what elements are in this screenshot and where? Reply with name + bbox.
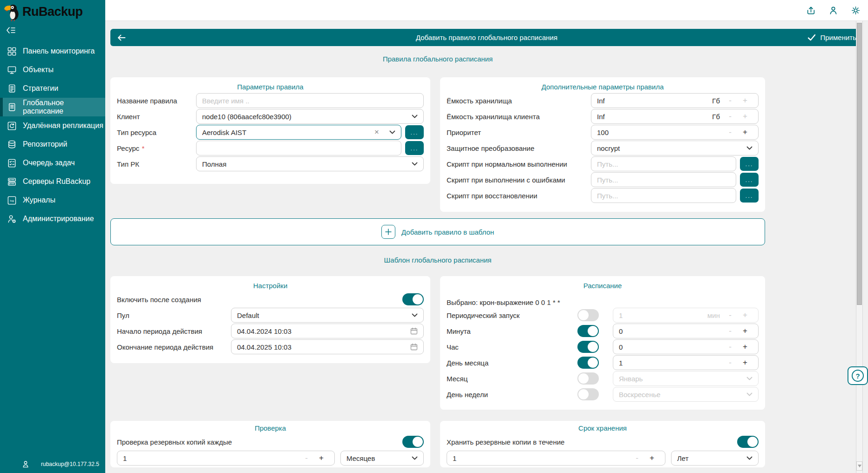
plus-button[interactable]: +: [738, 342, 753, 351]
sidebar-item-dashboard[interactable]: Панель мониторинга: [0, 42, 105, 61]
minute-toggle[interactable]: [577, 325, 599, 337]
retention-toggle[interactable]: [737, 436, 759, 448]
periodic-toggle[interactable]: [577, 309, 599, 321]
retention-card: Срок хранения Хранить резервные копии в …: [440, 421, 765, 467]
backup-type-label: Тип РК: [117, 160, 196, 168]
periodic-input[interactable]: мин - +: [613, 308, 759, 323]
calendar-icon[interactable]: [410, 327, 418, 335]
retention-label: Хранить резервные копии в течение: [447, 438, 564, 446]
script-ok-input[interactable]: [591, 156, 736, 171]
sidebar-item-task-queue[interactable]: Очередь задач: [0, 154, 105, 172]
session-info: rubackup@10.177.32.5: [0, 460, 105, 468]
plus-button[interactable]: +: [738, 358, 753, 367]
retention-unit-select[interactable]: Лет: [671, 451, 759, 466]
transform-select[interactable]: nocrypt: [591, 141, 759, 155]
minus-button[interactable]: -: [630, 453, 644, 463]
sidebar-item-strategies[interactable]: Стратегии: [0, 79, 105, 98]
extra-params-card: Дополнительные параметры правила Ёмкость…: [440, 77, 765, 212]
journals-icon: log: [7, 195, 17, 205]
plus-button[interactable]: +: [314, 453, 329, 463]
client-capacity-input[interactable]: Гб - +: [591, 109, 759, 124]
calendar-icon[interactable]: [410, 343, 418, 351]
priority-input[interactable]: - +: [591, 125, 759, 140]
rule-name-label: Название правила: [117, 97, 196, 105]
export-icon[interactable]: [806, 5, 816, 15]
verification-unit-select[interactable]: Месяцев: [340, 451, 424, 466]
rule-name-input[interactable]: [196, 93, 424, 108]
minus-button[interactable]: -: [723, 96, 738, 105]
plus-button[interactable]: +: [738, 112, 753, 121]
plus-button[interactable]: +: [644, 453, 659, 463]
capacity-input[interactable]: Гб - +: [591, 93, 759, 108]
rule-params-card: Параметры правила Название правила Клиен…: [110, 77, 430, 184]
back-button[interactable]: [117, 32, 129, 43]
chevron-down-icon[interactable]: [389, 130, 395, 134]
day-of-month-toggle[interactable]: [577, 357, 599, 369]
script-ok-more-button[interactable]: ...: [740, 157, 759, 171]
vertical-scrollbar[interactable]: [856, 21, 863, 473]
user-icon[interactable]: [828, 5, 838, 15]
sidebar-item-servers[interactable]: Серверы RuBackup: [0, 172, 105, 191]
gear-icon[interactable]: [850, 5, 861, 15]
verification-toggle[interactable]: [402, 436, 424, 448]
minus-button[interactable]: -: [723, 358, 738, 367]
help-button[interactable]: ?: [848, 366, 868, 385]
plus-button[interactable]: +: [738, 96, 753, 105]
script-restore-input[interactable]: [591, 188, 736, 203]
sidebar-item-replication[interactable]: Удалённая репликация: [0, 116, 105, 135]
client-capacity-row: Ёмкость хранилища клиента Гб - +: [447, 109, 759, 124]
sidebar-item-objects[interactable]: Объекты: [0, 61, 105, 79]
weekday-select[interactable]: Воскресенье: [613, 387, 759, 402]
resource-type-more-button[interactable]: ...: [405, 125, 424, 139]
month-toggle[interactable]: [577, 372, 599, 385]
sidebar-item-journals[interactable]: log Журналы: [0, 191, 105, 209]
sidebar-item-global-schedule[interactable]: Глобальное расписание: [0, 98, 105, 116]
schedule-title: Расписание: [447, 276, 759, 290]
month-select[interactable]: Январь: [613, 371, 759, 386]
period-end-input[interactable]: 04.04.2025 10:03: [231, 339, 424, 354]
script-restore-more-button[interactable]: ...: [740, 189, 759, 203]
minus-button[interactable]: -: [723, 128, 738, 137]
hour-row: Час - +: [447, 339, 759, 354]
resource-more-button[interactable]: ...: [405, 141, 424, 155]
rubackup-app: RuBackup Панель мониторинга Объекты Стра…: [0, 0, 868, 473]
sidebar-item-administration[interactable]: Администрирование: [0, 209, 105, 228]
rule-params-title: Параметры правила: [117, 77, 424, 91]
minus-button[interactable]: -: [723, 342, 738, 351]
session-user-icon: [21, 460, 30, 468]
minus-button[interactable]: -: [299, 453, 314, 463]
minus-button[interactable]: -: [723, 326, 738, 336]
apply-button[interactable]: Применить: [807, 34, 856, 41]
script-err-input[interactable]: [591, 172, 736, 187]
plus-button[interactable]: +: [738, 128, 753, 137]
plus-button[interactable]: +: [738, 326, 753, 336]
resource-input[interactable]: [196, 141, 401, 155]
hour-input[interactable]: - +: [613, 339, 759, 354]
period-start-input[interactable]: 04.04.2024 10:03: [231, 324, 424, 338]
enable-toggle[interactable]: [402, 293, 424, 305]
scrollbar-thumb[interactable]: [857, 23, 862, 305]
scrollbar-down-button[interactable]: [856, 461, 862, 471]
backup-type-select[interactable]: Полная: [196, 156, 424, 171]
resource-type-combobox[interactable]: Aerodisk AIST ×: [196, 125, 401, 140]
hour-toggle[interactable]: [577, 341, 599, 353]
plus-button[interactable]: +: [738, 311, 753, 320]
add-rule-to-template-button[interactable]: Добавить правило в шаблон: [110, 218, 765, 245]
sidebar-collapse-button[interactable]: [6, 26, 18, 35]
retention-value-input[interactable]: - +: [447, 451, 665, 466]
verification-card: Проверка Проверка резервных копий каждые…: [110, 421, 430, 467]
pool-select[interactable]: Default: [231, 308, 424, 323]
client-select[interactable]: node10 (806aacefc80e3900): [196, 109, 424, 124]
day-of-month-input[interactable]: - +: [613, 355, 759, 370]
sidebar-item-repository[interactable]: Репозиторий: [0, 135, 105, 154]
script-err-more-button[interactable]: ...: [740, 173, 759, 187]
question-mark-icon: ?: [852, 370, 864, 382]
minus-button[interactable]: -: [723, 112, 738, 121]
script-err-row: Скрипт при выполнении с ошибками ...: [447, 172, 759, 187]
session-user-label: rubackup@10.177.32.5: [41, 461, 99, 467]
clear-icon[interactable]: ×: [374, 128, 379, 137]
minute-input[interactable]: - +: [613, 324, 759, 338]
minus-button[interactable]: -: [723, 311, 738, 320]
verification-value-input[interactable]: - +: [117, 451, 335, 466]
weekday-toggle[interactable]: [577, 388, 599, 400]
